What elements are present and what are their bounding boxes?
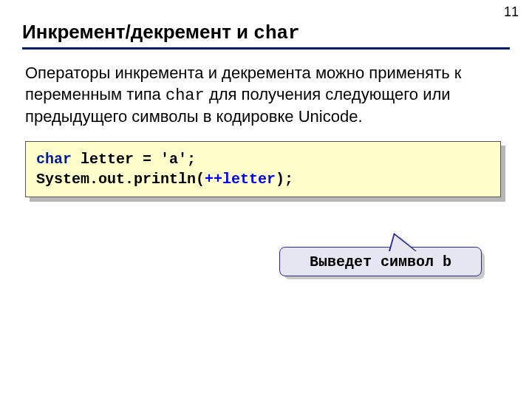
title-text: Инкремент/декремент и [22, 21, 253, 43]
body-paragraph: Операторы инкремента и декремента можно … [25, 63, 507, 128]
para-mono: char [166, 86, 205, 105]
page-number: 11 [504, 4, 519, 20]
code-box: char letter = 'a'; System.out.println(++… [25, 141, 501, 197]
title-underline [22, 47, 510, 50]
code-keyword: char [36, 151, 72, 168]
slide: 11 Инкремент/декремент и char Операторы … [0, 0, 532, 399]
callout-text: Выведет символ b [310, 253, 451, 270]
code-l2-b: ); [276, 171, 293, 188]
code-operator: ++letter [205, 171, 276, 188]
callout-body: Выведет символ b [279, 247, 482, 276]
callout-tail [390, 235, 415, 251]
callout: Выведет символ b [279, 236, 486, 273]
slide-title: Инкремент/декремент и char [22, 21, 510, 44]
title-mono: char [253, 22, 299, 44]
code-l2-a: System.out.println( [36, 171, 205, 188]
code-block: char letter = 'a'; System.out.println(++… [25, 141, 501, 197]
code-l1-rest: letter = 'a'; [72, 151, 196, 168]
